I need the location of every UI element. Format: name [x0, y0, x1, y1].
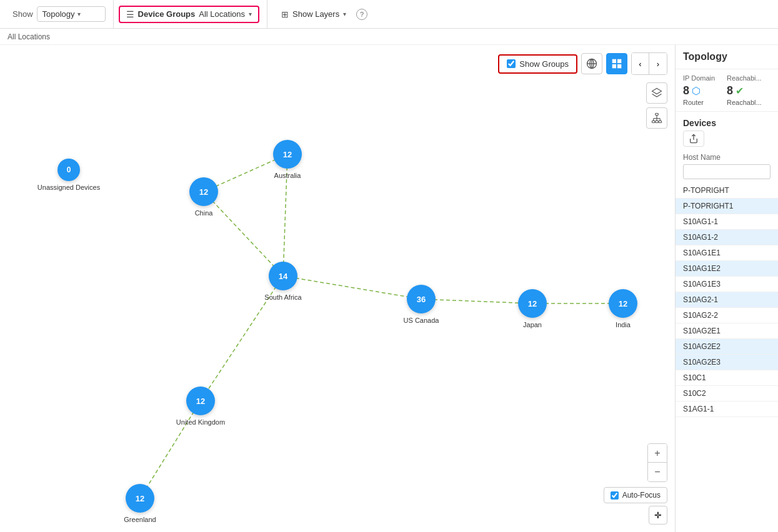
- autofocus-button[interactable]: Auto-Focus: [604, 487, 667, 503]
- svg-rect-17: [656, 114, 659, 116]
- node-label-unassigned: Unassigned Devices: [37, 184, 100, 191]
- canvas-controls-top: Show Groups: [498, 52, 667, 75]
- zoom-in-button[interactable]: +: [648, 444, 667, 463]
- node-label-india: India: [616, 321, 631, 328]
- right-panel: Topology IP Domain 8 ⬡ Router Reachabi..…: [675, 45, 778, 532]
- node-label-south_africa: South Africa: [264, 293, 301, 301]
- nav-arrows: ‹ ›: [631, 52, 667, 75]
- show-chevron-icon: ▾: [77, 11, 81, 17]
- svg-rect-18: [652, 121, 656, 123]
- topology-node-australia[interactable]: 12: [273, 140, 302, 169]
- topology-node-greenland[interactable]: 12: [126, 484, 154, 513]
- topology-node-united_kingdom[interactable]: 12: [186, 387, 215, 415]
- layers-icon: ⊞: [281, 9, 289, 19]
- hostname-input[interactable]: [683, 164, 771, 179]
- device-item[interactable]: S1AG1-1: [676, 401, 778, 417]
- globe-icon-btn[interactable]: [581, 53, 602, 74]
- device-item[interactable]: S10AG2-1: [676, 292, 778, 308]
- show-groups-label: Show Groups: [519, 59, 569, 69]
- show-groups-checkbox[interactable]: [507, 59, 516, 68]
- main-area: 0Unassigned Devices12Australia12China14S…: [0, 45, 778, 532]
- reachable-icon: ✔: [736, 85, 744, 97]
- reachable-stat-row: 8 ✔: [727, 84, 771, 97]
- device-item[interactable]: S10AG1E2: [676, 261, 778, 277]
- svg-rect-13: [618, 59, 621, 62]
- breadcrumb: All Locations: [0, 29, 778, 45]
- reachability-col: Reachabi... 8 ✔ Reachabl...: [727, 74, 771, 106]
- show-label: Show: [12, 9, 33, 19]
- node-label-us_canada: US Canada: [404, 317, 439, 324]
- canvas-controls-right: [646, 82, 667, 129]
- node-label-united_kingdom: United Kingdom: [176, 418, 225, 426]
- topology-canvas: 0Unassigned Devices12Australia12China14S…: [0, 45, 675, 532]
- hierarchy-icon-btn[interactable]: [646, 107, 667, 129]
- show-group: Show Topology ▾: [5, 0, 114, 28]
- topology-node-japan[interactable]: 12: [518, 289, 547, 318]
- show-select[interactable]: Topology ▾: [37, 6, 106, 22]
- show-groups-button[interactable]: Show Groups: [498, 54, 577, 74]
- panel-stats: IP Domain 8 ⬡ Router Reachabi... 8 ✔ Rea…: [676, 69, 778, 112]
- ip-domain-label: IP Domain: [683, 74, 727, 82]
- device-item[interactable]: S10AG2E1: [676, 323, 778, 339]
- grid-icon-btn[interactable]: [606, 53, 627, 74]
- reachability-label: Reachabi...: [727, 74, 771, 82]
- device-groups-button[interactable]: ☰ Device Groups All Locations ▾: [119, 6, 259, 23]
- autofocus-checkbox[interactable]: [611, 491, 619, 500]
- router-count: 8: [683, 84, 689, 97]
- ip-domain-col: IP Domain 8 ⬡ Router: [683, 74, 727, 106]
- svg-rect-14: [612, 65, 616, 68]
- device-item[interactable]: S10C1: [676, 370, 778, 386]
- topology-node-unassigned[interactable]: 0: [57, 159, 80, 181]
- toolbar: Show Topology ▾ ☰ Device Groups All Loca…: [0, 0, 778, 29]
- svg-rect-15: [618, 65, 621, 68]
- breadcrumb-text: All Locations: [7, 32, 50, 41]
- device-groups-label: Device Groups: [138, 9, 196, 19]
- show-layers-button[interactable]: ⊞ Show Layers ▾: [275, 7, 352, 22]
- device-item[interactable]: S10AG2E3: [676, 355, 778, 370]
- topology-node-south_africa[interactable]: 14: [269, 262, 297, 290]
- autofocus-label: Auto-Focus: [622, 491, 661, 500]
- device-groups-icon: ☰: [126, 9, 134, 19]
- device-list: P-TOPRIGHTP-TOPRIGHT1S10AG1-1S10AG1-2S10…: [676, 183, 778, 532]
- move-icon-btn[interactable]: ✛: [649, 506, 667, 525]
- hostname-label: Host Name: [676, 150, 778, 164]
- node-label-japan: Japan: [523, 321, 542, 328]
- device-item[interactable]: P-TOPRIGHT1: [676, 199, 778, 214]
- show-layers-group: ⊞ Show Layers ▾ ?: [267, 0, 375, 28]
- router-stat-row: 8 ⬡: [683, 84, 727, 97]
- topology-node-india[interactable]: 12: [609, 289, 637, 318]
- svg-rect-20: [659, 121, 662, 123]
- device-item[interactable]: S10C2: [676, 386, 778, 401]
- help-icon[interactable]: ?: [356, 9, 367, 20]
- topology-node-us_canada[interactable]: 36: [407, 285, 436, 313]
- layers-stack-icon-btn[interactable]: [646, 82, 667, 104]
- zoom-controls: + −: [647, 443, 667, 482]
- device-item[interactable]: S10AG1E3: [676, 277, 778, 292]
- device-item[interactable]: S10AG2E2: [676, 339, 778, 355]
- topology-node-china[interactable]: 12: [189, 177, 218, 206]
- show-value: Topology: [42, 9, 75, 19]
- device-item[interactable]: S10AG1-2: [676, 230, 778, 245]
- device-item[interactable]: S10AG1-1: [676, 214, 778, 230]
- device-item[interactable]: P-TOPRIGHT: [676, 183, 778, 199]
- reachable-label: Reachabl...: [727, 99, 771, 106]
- devices-header: Devices: [676, 112, 778, 131]
- zoom-out-button[interactable]: −: [648, 463, 667, 481]
- show-layers-label: Show Layers: [292, 9, 339, 19]
- device-groups-group: ☰ Device Groups All Locations ▾: [114, 0, 267, 28]
- device-item[interactable]: S10AG2-2: [676, 308, 778, 323]
- show-layers-chevron-icon: ▾: [343, 11, 346, 17]
- svg-rect-12: [612, 59, 616, 62]
- canvas-controls-bottom: + − Auto-Focus ✛: [604, 443, 667, 525]
- export-button[interactable]: [683, 131, 704, 147]
- reachable-count: 8: [727, 84, 733, 97]
- device-groups-chevron-icon: ▾: [249, 11, 252, 17]
- svg-marker-16: [652, 89, 662, 94]
- device-item[interactable]: S10AG1E1: [676, 245, 778, 261]
- node-label-australia: Australia: [274, 172, 301, 179]
- router-label: Router: [683, 99, 727, 106]
- nav-left-arrow[interactable]: ‹: [632, 53, 649, 74]
- nav-right-arrow[interactable]: ›: [649, 53, 667, 74]
- svg-rect-19: [656, 121, 659, 123]
- panel-title: Topology: [676, 45, 778, 69]
